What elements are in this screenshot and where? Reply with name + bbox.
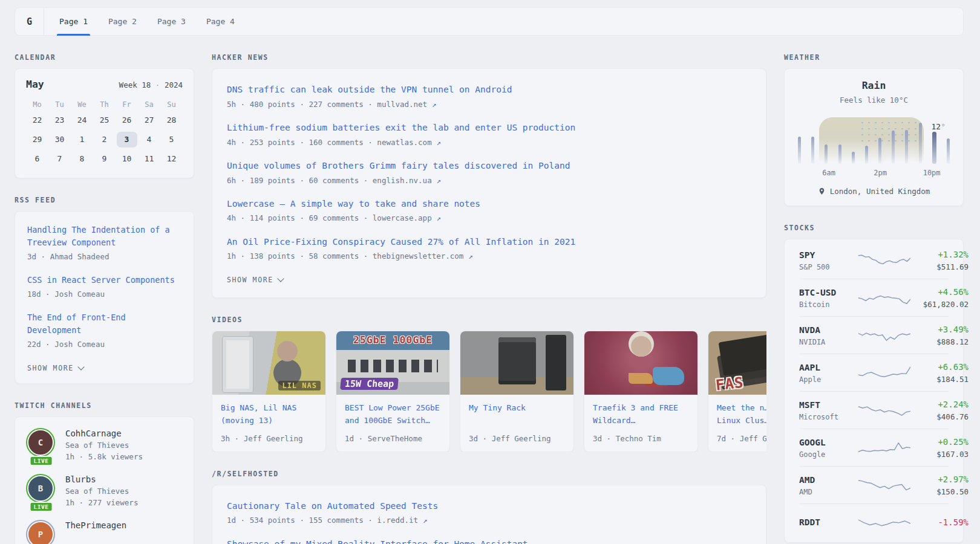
- video-thumbnail[interactable]: FAS: [708, 331, 766, 395]
- stock-sparkline-box: [858, 363, 910, 383]
- weather-bar: [852, 152, 855, 164]
- hn-story-link[interactable]: DNS traffic can leak outside the VPN tun…: [227, 83, 751, 97]
- stock-values: +3.49% $888.12: [910, 325, 969, 346]
- weather-location: London, United Kingdom: [797, 187, 951, 196]
- video-meta: 3d · Jeff Geerling: [460, 427, 573, 452]
- weather-bar: [865, 146, 868, 164]
- app-logo[interactable]: G: [15, 8, 44, 35]
- stock-price: $511.69: [910, 262, 969, 271]
- twitch-channel-info: CohhCarnage Sea of Thieves 1h · 5.8k vie…: [65, 428, 143, 461]
- video-thumbnail[interactable]: 25GbE 100GbE15W Cheap: [336, 331, 449, 395]
- video-meta: 7d · Jeff Geerling: [708, 427, 766, 452]
- calendar-day: 7: [50, 151, 70, 167]
- rss-item: CSS in React Server Components 18d · Jos…: [27, 274, 181, 300]
- hn-source-link[interactable]: newatlas.com: [377, 138, 431, 147]
- twitch-channel-name: CohhCarnage: [65, 429, 143, 438]
- video-thumbnail[interactable]: LIL NAS: [212, 331, 325, 395]
- stock-row[interactable]: AMD AMD +2.97% $150.50: [799, 467, 949, 504]
- stock-row[interactable]: GOOGL Google +0.25% $167.03: [799, 429, 949, 467]
- weather-bar: [905, 130, 908, 164]
- weather-bar: [811, 137, 814, 164]
- stock-name: Bitcoin: [799, 300, 858, 309]
- page-tab[interactable]: Page 3: [147, 8, 196, 35]
- page-tab[interactable]: Page 2: [98, 8, 147, 35]
- video-title-link[interactable]: Meet the n… Linux Clus…: [708, 395, 766, 426]
- video-card: My Tiny Rack 3d · Jeff Geerling: [460, 331, 574, 452]
- weekday-label: Tu: [55, 100, 64, 109]
- calendar-day: 11: [139, 151, 160, 167]
- hn-story-link[interactable]: Lithium-free sodium batteries exit the l…: [227, 121, 751, 135]
- stock-row[interactable]: MSFT Microsoft +2.24% $406.76: [799, 392, 949, 429]
- stock-row[interactable]: RDDT -1.59%: [799, 504, 949, 540]
- left-column: CALENDAR May Week 18 · 2024 MoTuWeThFrSa…: [15, 36, 194, 544]
- weekday-label: We: [77, 100, 86, 109]
- video-thumbnail[interactable]: [460, 331, 573, 395]
- external-link-icon: ↗: [436, 138, 441, 147]
- video-title-link[interactable]: My Tiny Rack: [460, 395, 573, 414]
- page-tab[interactable]: Page 1: [49, 8, 98, 35]
- stock-sparkline: [858, 512, 910, 533]
- video-title-link[interactable]: BEST Low Power 25GbE and 100GbE Switch…: [336, 395, 449, 426]
- stock-identity: RDDT: [799, 517, 858, 527]
- stock-identity: MSFT Microsoft: [799, 400, 858, 421]
- separator-dot: ·: [155, 80, 160, 89]
- hn-story-link[interactable]: An Oil Price-Fixing Conspiracy Caused 27…: [227, 236, 751, 249]
- rss-item: Handling The Indentation of a Treeview C…: [27, 224, 181, 262]
- video-title-link[interactable]: Traefik 3 and FREE Wildcard…: [584, 395, 697, 426]
- rss-widget: Handling The Indentation of a Treeview C…: [15, 211, 194, 384]
- reddit-post-link[interactable]: Cautionary Tale on Automated Speed Tests: [227, 500, 751, 513]
- rss-item-meta: 18d · Josh Comeau: [27, 289, 181, 300]
- rss-item-link[interactable]: CSS in React Server Components: [27, 274, 181, 287]
- stock-row[interactable]: BTC-USD Bitcoin +4.56% $61,820.02: [799, 279, 949, 317]
- calendar-day: 24: [72, 112, 93, 128]
- twitch-channel-row[interactable]: C LIVE CohhCarnage Sea of Thieves 1h · 5…: [26, 428, 183, 461]
- page-tab[interactable]: Page 4: [196, 8, 245, 35]
- twitch-channel-info: Blurbs Sea of Thieves 1h · 277 viewers: [65, 474, 138, 507]
- weather-bar: [947, 138, 950, 164]
- reddit-post-link[interactable]: Showcase of my Mixed Reality Interface f…: [227, 538, 751, 544]
- stock-change: -1.59%: [910, 517, 969, 527]
- twitch-channel-row[interactable]: P ThePrimeagen: [26, 520, 183, 544]
- twitch-game: Sea of Thieves: [65, 441, 143, 450]
- stock-symbol: AAPL: [799, 363, 858, 372]
- thumbnail-text: 15W Cheap: [340, 378, 399, 390]
- stock-price: $61,820.02: [910, 300, 969, 309]
- video-thumbnail[interactable]: [584, 331, 697, 395]
- hn-source-link[interactable]: thebignewsletter.com: [373, 251, 464, 261]
- reddit-source-link[interactable]: i.redd.it: [377, 516, 418, 525]
- rss-item-link[interactable]: Handling The Indentation of a Treeview C…: [27, 224, 181, 249]
- hn-source-link[interactable]: mullvad.net: [377, 100, 427, 109]
- video-card: LIL NAS Big NAS, Lil NAS (moving 13) 3h …: [212, 331, 326, 452]
- rss-item-link[interactable]: The End of Front-End Development: [27, 311, 181, 337]
- stock-identity: BTC-USD Bitcoin: [799, 288, 858, 309]
- twitch-avatar-wrap: C LIVE: [26, 428, 56, 461]
- stock-row[interactable]: AAPL Apple +6.63% $184.51: [799, 354, 949, 392]
- weather-hourly-chart: 12°: [797, 120, 951, 164]
- external-link-icon: ↗: [423, 516, 428, 525]
- calendar-widget: May Week 18 · 2024 MoTuWeThFrSaSu 222324…: [15, 68, 194, 178]
- chevron-down-icon: [77, 363, 84, 370]
- stock-price: $184.51: [910, 375, 969, 384]
- weather-time-label: 6am: [822, 169, 835, 177]
- rss-show-more-button[interactable]: SHOW MORE: [27, 364, 83, 372]
- twitch-channel-row[interactable]: B LIVE Blurbs Sea of Thieves 1h · 277 vi…: [26, 474, 183, 507]
- stock-name: NVIDIA: [799, 338, 858, 346]
- stock-price: $150.50: [910, 487, 969, 496]
- calendar-day-grid: 222324252627282930123456789101112: [26, 112, 183, 167]
- hn-source-link[interactable]: english.nv.ua: [373, 176, 432, 185]
- calendar-day: 28: [162, 112, 182, 128]
- video-title-link[interactable]: Big NAS, Lil NAS (moving 13): [212, 395, 325, 426]
- video-card: Traefik 3 and FREE Wildcard… 3d · Techno…: [584, 331, 698, 452]
- rss-item-meta: 22d · Josh Comeau: [27, 339, 181, 350]
- stock-row[interactable]: SPY S&P 500 +1.32% $511.69: [799, 242, 949, 279]
- hn-story-link[interactable]: Lowercase – A simple way to take and sha…: [227, 198, 751, 211]
- calendar-day: 30: [50, 132, 70, 147]
- hn-show-more-button[interactable]: SHOW MORE: [227, 276, 283, 284]
- calendar-day: 25: [94, 112, 115, 128]
- stock-row[interactable]: NVDA NVIDIA +3.49% $888.12: [799, 317, 949, 354]
- hn-source-link[interactable]: lowercase.app: [373, 213, 432, 222]
- hn-story-link[interactable]: Unique volumes of Brothers Grimm fairy t…: [227, 160, 751, 173]
- stock-name: AMD: [799, 488, 858, 496]
- twitch-viewers: 1h · 5.8k viewers: [65, 452, 143, 461]
- hn-story-meta: 5h · 480 points · 227 comments · mullvad…: [227, 99, 751, 110]
